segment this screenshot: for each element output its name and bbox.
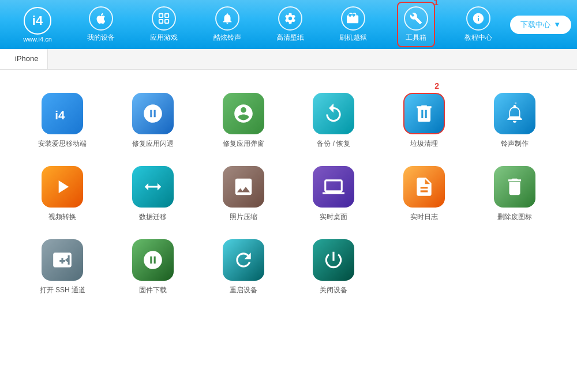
nav-label-ringtone: 酷炫铃声 — [213, 33, 241, 43]
wrench-nav-icon — [404, 6, 428, 31]
restart-device-label: 重启设备 — [230, 285, 257, 295]
tool-repair-flash[interactable]: 修复应用闪退 — [114, 93, 193, 149]
nav-items: 我的设备 应用游戏 酷炫铃声 高清壁纸 — [69, 2, 510, 47]
tab-bar: iPhone — [0, 49, 577, 70]
repair-flash-icon — [132, 93, 174, 134]
ssh-tunnel-label: 打开 SSH 通道 — [40, 285, 85, 295]
main-content: i4 安装爱思移动端 修复应用闪退 修复应用弹窗 — [0, 70, 577, 392]
nav-item-my-device[interactable]: 我的设备 — [81, 3, 121, 46]
data-migrate-icon — [132, 166, 174, 208]
tab-content-area — [47, 49, 577, 69]
svg-rect-2 — [159, 20, 163, 23]
header: i4 www.i4.cn 我的设备 应用游戏 — [0, 0, 577, 49]
svg-rect-0 — [159, 14, 163, 17]
nav-item-wallpaper[interactable]: 高清壁纸 — [271, 3, 310, 46]
tool-realtime-desktop[interactable]: 实时桌面 — [294, 166, 373, 222]
ssh-tunnel-icon — [42, 239, 83, 281]
shutdown-device-icon — [313, 239, 354, 281]
tool-grid: i4 安装爱思移动端 修复应用闪退 修复应用弹窗 — [23, 93, 554, 295]
nav-item-jailbreak[interactable]: 刷机越狱 — [334, 3, 373, 46]
bell-nav-icon — [215, 6, 239, 31]
svg-rect-1 — [165, 14, 168, 17]
info-nav-icon — [466, 6, 490, 31]
tool-repair-popup[interactable]: 修复应用弹窗 — [204, 93, 283, 149]
logo-icon: i4 — [24, 7, 51, 35]
apple-icon — [89, 6, 113, 31]
realtime-log-label: 实时日志 — [410, 212, 438, 222]
nav-label-jailbreak: 刷机越狱 — [339, 33, 367, 43]
realtime-log-icon — [403, 166, 445, 208]
nav-label-wallpaper: 高清壁纸 — [276, 33, 304, 43]
install-aisisi-icon: i4 — [42, 93, 83, 134]
logo-url: www.i4.cn — [23, 36, 52, 43]
annotation-2: 2 — [434, 81, 439, 91]
video-convert-label: 视频转换 — [48, 212, 76, 222]
nav-label-app-game: 应用游戏 — [150, 33, 178, 43]
tool-backup-restore[interactable]: 备份 / 恢复 — [294, 93, 373, 149]
nav-item-app-game[interactable]: 应用游戏 — [144, 3, 183, 46]
tool-shutdown-device[interactable]: 关闭设备 — [294, 239, 373, 295]
trash-clean-label: 垃圾清理 — [410, 139, 438, 149]
ringtone-make-icon — [494, 93, 535, 134]
logo-area: i4 www.i4.cn — [6, 7, 69, 43]
repair-popup-label: 修复应用弹窗 — [223, 139, 264, 149]
video-convert-icon — [42, 166, 83, 208]
nav-item-tutorial[interactable]: 教程中心 — [459, 3, 498, 46]
tab-iphone[interactable]: iPhone — [6, 51, 47, 67]
tool-video-convert[interactable]: 视频转换 — [23, 166, 102, 222]
download-btn[interactable]: 下载中心 ▼ — [510, 16, 571, 34]
tool-delete-junk-icon[interactable]: 删除废图标 — [475, 166, 554, 222]
ringtone-make-label: 铃声制作 — [501, 139, 529, 149]
tool-trash-clean[interactable]: 2 垃圾清理 — [385, 93, 464, 149]
install-aisisi-label: 安装爱思移动端 — [38, 139, 87, 149]
tool-firmware-download[interactable]: 固件下载 — [114, 239, 193, 295]
firmware-download-icon — [132, 239, 174, 281]
repair-popup-icon — [223, 93, 264, 134]
box-nav-icon — [341, 6, 365, 31]
nav-item-toolbox[interactable]: 工具箱 1 — [397, 2, 435, 47]
photo-compress-label: 照片压缩 — [230, 212, 257, 222]
tool-realtime-log[interactable]: 实时日志 — [385, 166, 464, 222]
realtime-desktop-label: 实时桌面 — [320, 212, 347, 222]
delete-junk-icon-label: 删除废图标 — [497, 212, 532, 222]
app-icon — [152, 6, 176, 31]
photo-compress-icon — [223, 166, 264, 208]
nav-item-ringtone[interactable]: 酷炫铃声 — [208, 3, 247, 46]
nav-label-toolbox: 工具箱 — [406, 33, 426, 43]
delete-junk-icon-icon — [494, 166, 535, 208]
svg-text:i4: i4 — [55, 108, 66, 122]
firmware-download-label: 固件下载 — [139, 285, 167, 295]
data-migrate-label: 数据迁移 — [139, 212, 167, 222]
realtime-desktop-icon — [313, 166, 354, 208]
backup-restore-label: 备份 / 恢复 — [317, 139, 350, 149]
shutdown-device-label: 关闭设备 — [320, 285, 347, 295]
svg-rect-3 — [165, 20, 168, 23]
tool-photo-compress[interactable]: 照片压缩 — [204, 166, 283, 222]
nav-label-tutorial: 教程中心 — [464, 33, 492, 43]
restart-device-icon — [223, 239, 264, 281]
tool-data-migrate[interactable]: 数据迁移 — [114, 166, 193, 222]
tool-install-aisisi[interactable]: i4 安装爱思移动端 — [23, 93, 102, 149]
repair-flash-label: 修复应用闪退 — [132, 139, 174, 149]
annotation-1: 1 — [434, 0, 439, 7]
tool-restart-device[interactable]: 重启设备 — [204, 239, 283, 295]
backup-restore-icon — [313, 93, 354, 134]
tool-ringtone-make[interactable]: 铃声制作 — [475, 93, 554, 149]
nav-label-my-device: 我的设备 — [87, 33, 115, 43]
tool-ssh-tunnel[interactable]: 打开 SSH 通道 — [23, 239, 102, 295]
gear-nav-icon — [278, 6, 302, 31]
trash-clean-icon — [403, 93, 445, 134]
